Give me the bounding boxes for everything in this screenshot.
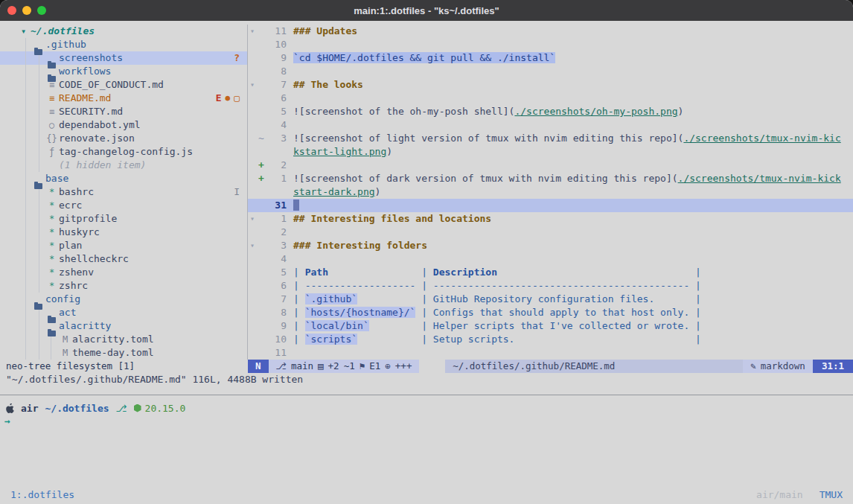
text-segment: | — [328, 267, 433, 278]
editor-line[interactable]: 4 — [248, 252, 853, 266]
tree-item[interactable]: Mtheme-day.toml — [0, 346, 247, 360]
tree-item[interactable]: *gitprofile — [0, 212, 247, 226]
tree-item-label: screenshots — [59, 51, 123, 65]
fold-column — [248, 105, 257, 118]
zoom-button[interactable] — [37, 6, 46, 15]
fold-column — [248, 92, 257, 105]
text-segment: ## Interesting files and locations — [293, 213, 491, 224]
tree-item-label: ecrc — [59, 199, 82, 212]
git-sign — [257, 199, 266, 212]
editor-line[interactable]: 2 — [248, 226, 853, 239]
tree-item[interactable]: ≡README.mdE●▢ — [0, 92, 247, 105]
md-icon: ≡ — [46, 92, 57, 105]
prompt-arrow[interactable]: → — [0, 415, 853, 428]
file-tree: ▾~/.dotfiles.githubscreenshots?workflows… — [0, 25, 247, 360]
editor-line[interactable]: ▾1## Interesting files and locations — [248, 212, 853, 226]
tree-item[interactable]: ▾~/.dotfiles — [0, 25, 247, 38]
line-number: 11 — [266, 346, 287, 360]
line-number: 10 — [266, 38, 287, 51]
yml-icon: ○ — [46, 118, 57, 132]
fold-column — [248, 65, 257, 78]
text-segment: `cd $HOME/.dotfiles && git pull && ./ins… — [293, 52, 555, 63]
editor-line[interactable]: 9`cd $HOME/.dotfiles && git pull && ./in… — [248, 51, 853, 65]
tree-item[interactable]: base — [0, 172, 247, 185]
tree-item[interactable]: *huskyrc — [0, 226, 247, 239]
tree-item[interactable]: *zshrc — [0, 279, 247, 293]
tree-item[interactable]: ○dependabot.yml — [0, 118, 247, 132]
editor-line[interactable]: 10| `scripts` | Setup scripts. | — [248, 333, 853, 346]
shell-prompt: air ~/.dotfiles ⎇ 20.15.0 — [0, 401, 853, 415]
line-number: 5 — [266, 266, 287, 279]
editor-line[interactable]: ▾11### Updates — [248, 25, 853, 38]
editor-line[interactable]: 6 — [248, 92, 853, 105]
text-segment: | — [293, 293, 305, 304]
editor-line[interactable]: 31 — [248, 199, 853, 212]
editor-line[interactable]: 5![screenshot of the oh-my-posh shell](.… — [248, 105, 853, 118]
diff-changed: ~1 — [344, 360, 355, 373]
tree-item[interactable]: Malacritty.toml — [0, 333, 247, 346]
editor-line[interactable]: ▾7## The looks — [248, 78, 853, 92]
tree-item[interactable]: config — [0, 293, 247, 306]
tree-item-label: zshrc — [59, 279, 88, 293]
text-segment: | — [293, 267, 305, 278]
close-button[interactable] — [7, 6, 16, 15]
tree-item[interactable]: {}renovate.json — [0, 132, 247, 145]
tree-item[interactable]: alacritty — [0, 319, 247, 333]
branch-icon: ⎇ — [276, 360, 287, 373]
editor-line[interactable]: 6| ------------------- | ---------------… — [248, 279, 853, 293]
mark-indicator: I — [234, 185, 240, 199]
minimize-button[interactable] — [22, 6, 31, 15]
line-text: ![screenshot of dark version of tmux wit… — [293, 172, 841, 185]
statusline-filepath: ~/.dotfiles/.github/README.md — [445, 360, 743, 373]
editor-line[interactable]: 8| `hosts/{hostname}/` | Configs that sh… — [248, 306, 853, 319]
fold-column — [248, 333, 257, 346]
diff-added: +2 — [328, 360, 339, 373]
editor-line[interactable]: 11 — [248, 346, 853, 360]
fold-column — [248, 132, 257, 145]
editor-line[interactable]: ~3![screenshot of light version of tmux … — [248, 132, 853, 145]
line-number: 10 — [266, 333, 287, 346]
editor-line[interactable]: 4 — [248, 118, 853, 132]
fold-icon: ▾ — [248, 239, 257, 252]
prompt-cwd: ~/.dotfiles — [45, 403, 109, 414]
shell-icon: * — [46, 212, 57, 226]
editor-line[interactable]: start-dark.png) — [248, 185, 853, 199]
editor-line[interactable]: +2 — [248, 159, 853, 172]
tmux-window-tab[interactable]: 1:.dotfiles — [10, 489, 74, 500]
text-segment: ## The looks — [293, 79, 363, 90]
fold-column — [248, 38, 257, 51]
text-segment: ) — [678, 106, 684, 117]
tree-item[interactable]: workflows — [0, 65, 247, 78]
diagnostic-icon: ⚑ — [360, 360, 365, 373]
tmux-pane-separator[interactable] — [0, 395, 853, 395]
editor-line[interactable]: 7| `.github` | GitHub Repository configu… — [248, 293, 853, 306]
tree-item-label: theme-day.toml — [72, 346, 154, 360]
editor-line[interactable]: 9| `local/bin` | Helper scripts that I'v… — [248, 319, 853, 333]
editor-line[interactable]: +1![screenshot of dark version of tmux w… — [248, 172, 853, 185]
editor-line[interactable]: 10 — [248, 38, 853, 51]
editor-line[interactable]: 8 — [248, 65, 853, 78]
editor-line[interactable]: ▾3### Interesting folders — [248, 239, 853, 252]
modified-indicator: ● — [226, 92, 231, 105]
text-segment: | — [497, 267, 701, 278]
tree-item[interactable]: .github — [0, 38, 247, 51]
editor-line[interactable]: 5| Path | Description | — [248, 266, 853, 279]
tree-item[interactable]: *shellcheckrc — [0, 252, 247, 266]
filetype-label: markdown — [761, 360, 805, 373]
git-sign — [257, 185, 266, 199]
filetype-segment: ✎ markdown — [743, 360, 813, 373]
tree-item[interactable]: (1 hidden item) — [0, 159, 247, 172]
tree-item[interactable]: ≡SECURITY.md — [0, 105, 247, 118]
text-segment: ) — [386, 146, 392, 157]
window-title: main:1:.dotfiles - "ks~/.dotfiles" — [0, 5, 853, 16]
tree-item[interactable]: *ecrc — [0, 199, 247, 212]
line-number: 1 — [266, 212, 287, 226]
line-text: | `local/bin` | Helper scripts that I've… — [293, 319, 701, 333]
tree-item-label: act — [59, 306, 76, 319]
editor-line[interactable]: kstart-light.png) — [248, 145, 853, 159]
tree-item[interactable]: *plan — [0, 239, 247, 252]
tree-item[interactable]: *zshenv — [0, 266, 247, 279]
tree-item[interactable]: ƒtag-changelog-config.js — [0, 145, 247, 159]
tree-item[interactable]: ≡CODE_OF_CONDUCT.md — [0, 78, 247, 92]
tree-item-label: .github — [45, 38, 86, 51]
